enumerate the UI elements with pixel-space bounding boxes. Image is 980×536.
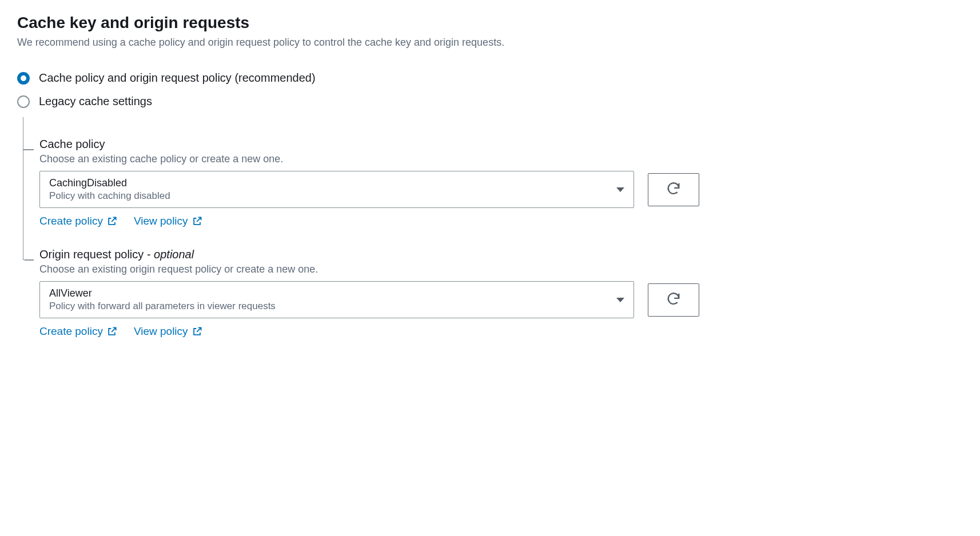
caret-down-icon <box>616 298 624 302</box>
create-cache-policy-link[interactable]: Create policy <box>39 215 118 227</box>
refresh-icon <box>666 181 682 198</box>
cache-policy-links: Create policy View policy <box>39 215 963 227</box>
cache-policy-select-row: CachingDisabled Policy with caching disa… <box>39 171 963 208</box>
external-link-icon <box>106 215 118 227</box>
link-text: View policy <box>134 325 188 338</box>
link-text: Create policy <box>39 215 103 227</box>
radio-label: Legacy cache settings <box>39 95 152 108</box>
select-subtext: Policy with forward all parameters in vi… <box>49 301 276 312</box>
refresh-origin-policy-button[interactable] <box>648 283 699 317</box>
link-text: View policy <box>134 215 188 227</box>
origin-request-policy-block: Origin request policy - optional Choose … <box>23 227 963 338</box>
external-link-icon <box>106 326 118 337</box>
view-cache-policy-link[interactable]: View policy <box>134 215 203 227</box>
origin-request-policy-label: Origin request policy - optional <box>39 248 963 261</box>
section-description: We recommend using a cache policy and or… <box>17 37 963 49</box>
select-value: AllViewer <box>49 287 276 299</box>
external-link-icon <box>192 326 203 337</box>
cache-policy-block: Cache policy Choose an existing cache po… <box>23 117 963 227</box>
link-text: Create policy <box>39 325 103 338</box>
section-heading: Cache key and origin requests <box>17 14 963 32</box>
select-subtext: Policy with caching disabled <box>49 190 170 202</box>
radio-label: Cache policy and origin request policy (… <box>39 71 316 85</box>
select-value: CachingDisabled <box>49 177 170 189</box>
radio-option-legacy[interactable]: Legacy cache settings <box>17 95 963 108</box>
origin-request-policy-select[interactable]: AllViewer Policy with forward all parame… <box>39 281 634 318</box>
label-optional: optional <box>154 248 194 261</box>
radio-option-recommended[interactable]: Cache policy and origin request policy (… <box>17 71 963 85</box>
policy-tree: Cache policy Choose an existing cache po… <box>23 117 963 338</box>
create-origin-policy-link[interactable]: Create policy <box>39 325 118 338</box>
caret-down-icon <box>616 187 624 192</box>
radio-indicator-unselected <box>17 95 30 108</box>
view-origin-policy-link[interactable]: View policy <box>134 325 203 338</box>
origin-request-policy-links: Create policy View policy <box>39 325 963 338</box>
origin-request-policy-select-row: AllViewer Policy with forward all parame… <box>39 281 963 318</box>
select-content: CachingDisabled Policy with caching disa… <box>49 177 170 202</box>
refresh-icon <box>666 291 682 309</box>
origin-request-policy-description: Choose an existing origin request policy… <box>39 263 963 275</box>
cache-policy-select[interactable]: CachingDisabled Policy with caching disa… <box>39 171 634 208</box>
cache-policy-description: Choose an existing cache policy or creat… <box>39 153 963 165</box>
refresh-cache-policy-button[interactable] <box>648 173 699 206</box>
label-dash: - <box>147 248 154 261</box>
cache-key-section: Cache key and origin requests We recomme… <box>17 14 963 338</box>
label-main: Origin request policy <box>39 248 147 261</box>
external-link-icon <box>192 215 203 227</box>
policy-mode-radio-group: Cache policy and origin request policy (… <box>17 71 963 108</box>
cache-policy-label: Cache policy <box>39 138 963 151</box>
radio-indicator-selected <box>17 72 30 85</box>
select-content: AllViewer Policy with forward all parame… <box>49 287 276 312</box>
